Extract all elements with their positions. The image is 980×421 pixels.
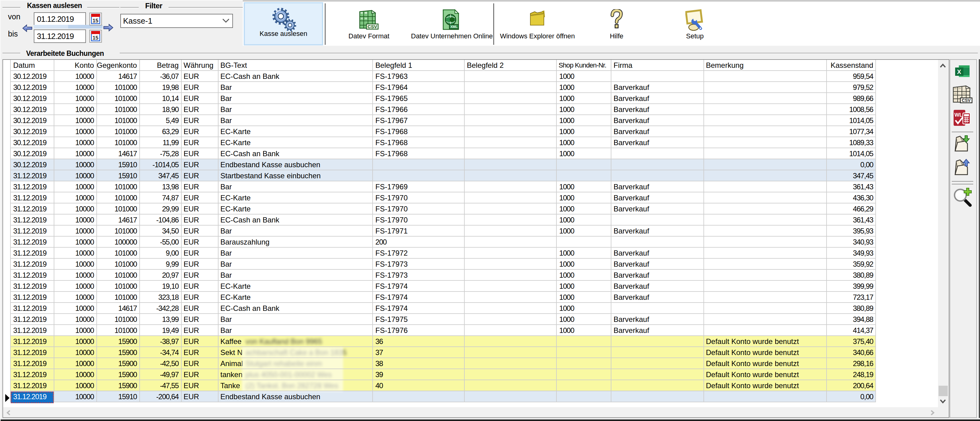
- svg-text:XML: XML: [450, 25, 458, 29]
- svg-text:WL: WL: [955, 112, 963, 118]
- svg-text:15: 15: [93, 35, 99, 41]
- svg-text:X: X: [957, 68, 961, 75]
- svg-text:CSV: CSV: [368, 24, 377, 29]
- svg-text:15: 15: [93, 18, 99, 24]
- svg-text:CSV: CSV: [962, 98, 971, 103]
